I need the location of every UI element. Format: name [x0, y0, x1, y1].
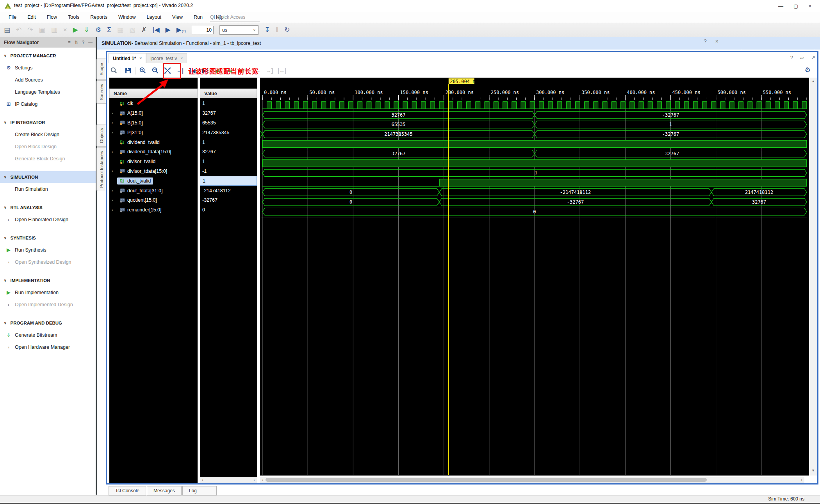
console-tab-log[interactable]: Log: [182, 486, 217, 495]
chevron-right-icon[interactable]: ›: [8, 302, 12, 307]
fn-item-open-elaborated-design[interactable]: ›Open Elaborated Design: [0, 213, 96, 225]
banner-help-icon[interactable]: ?: [704, 38, 707, 44]
fn-item-open-hardware-manager[interactable]: ›Open Hardware Manager: [0, 341, 96, 353]
paste-icon[interactable]: ▥: [51, 27, 57, 33]
help-icon[interactable]: ?: [790, 55, 793, 60]
panel-divider[interactable]: [96, 37, 97, 495]
signal-row-dout_tdata310[interactable]: ›dout_tdata[31:0]: [109, 186, 198, 195]
menu-tools[interactable]: Tools: [63, 13, 84, 21]
zoom-out-icon[interactable]: [149, 67, 161, 74]
menu-edit[interactable]: Edit: [23, 13, 41, 21]
signal-value-remainder150[interactable]: 0: [200, 205, 257, 215]
tab-untitled-1-[interactable]: Untitled 1*×: [109, 53, 146, 63]
quick-access-search[interactable]: Q· Quick Access: [210, 13, 260, 21]
fn-item-open-synthesized-design[interactable]: ›Open Synthesized Design: [0, 256, 96, 268]
restart-sim-icon[interactable]: |◀: [153, 27, 160, 33]
fn-section-rtl-analysis[interactable]: ∨RTL ANALYSIS: [0, 202, 96, 213]
menu-file[interactable]: File: [4, 13, 21, 21]
open-project-icon[interactable]: ▤: [4, 27, 10, 33]
vertical-scrollbar[interactable]: ▲ ▼: [809, 78, 817, 476]
step-icon[interactable]: ↧: [264, 27, 270, 33]
collapse-all-icon[interactable]: ≡: [68, 40, 70, 45]
next-marker-icon[interactable]: →]: [263, 67, 276, 74]
fn-item-create-block-design[interactable]: Create Block Design: [0, 128, 96, 140]
expand-icon[interactable]: ›: [112, 169, 117, 173]
signal-row-remainder150[interactable]: ›remainder[15:0]: [109, 205, 198, 215]
signal-row-B150[interactable]: ›B[15:0]: [109, 118, 198, 128]
expand-icon[interactable]: ›: [112, 130, 117, 135]
help-icon[interactable]: ?: [82, 40, 84, 45]
maximize-panel-icon[interactable]: ↗: [811, 55, 815, 60]
menu-window[interactable]: Window: [114, 13, 140, 21]
chevron-right-icon[interactable]: ›: [8, 260, 12, 264]
menu-layout[interactable]: Layout: [142, 13, 166, 21]
expand-icon[interactable]: ⇅: [75, 40, 78, 45]
menu-reports[interactable]: Reports: [86, 13, 112, 21]
breakpoint-icon[interactable]: ✗: [141, 27, 147, 33]
side-tab-sources[interactable]: Sources: [96, 80, 106, 104]
run-time-input[interactable]: [192, 26, 214, 34]
value-column-header[interactable]: Value: [200, 89, 257, 98]
expand-icon[interactable]: ›: [112, 208, 117, 212]
signal-value-dividend_tdata150[interactable]: 32767: [200, 147, 257, 157]
relaunch-icon[interactable]: ↻: [284, 27, 290, 33]
expand-icon[interactable]: ›: [112, 198, 117, 202]
fn-item-language-templates[interactable]: Language Templates: [0, 86, 96, 98]
fn-item-generate-bitstream[interactable]: ⇓Generate Bitstream: [0, 329, 96, 341]
run-for-time-icon[interactable]: ▶(T): [176, 27, 186, 33]
chevron-right-icon[interactable]: ›: [8, 217, 12, 222]
signal-value-dout_tdata310[interactable]: -2147418112: [200, 186, 257, 195]
signal-value-dividend_tvalid[interactable]: 1: [200, 137, 257, 147]
console-tab-tcl-console[interactable]: Tcl Console: [109, 486, 146, 495]
signal-row-A150[interactable]: ›A[15:0]: [109, 108, 198, 118]
disabled-tool-icon[interactable]: ▦: [117, 27, 123, 33]
signal-row-dividend_tvalid[interactable]: dividend_tvalid: [109, 137, 198, 147]
fn-item-add-sources[interactable]: Add Sources: [0, 74, 96, 86]
generate-bitstream-icon[interactable]: ⇓: [84, 27, 89, 33]
menu-view[interactable]: View: [168, 13, 187, 21]
fn-item-run-simulation[interactable]: Run Simulation: [0, 183, 96, 195]
signal-row-dout_tvalid[interactable]: dout_tvalid: [109, 176, 198, 186]
fn-item-run-synthesis[interactable]: ▶Run Synthesis: [0, 244, 96, 256]
swap-cursor-icon[interactable]: |↔|: [276, 67, 288, 74]
scroll-up-icon[interactable]: ▲: [811, 79, 815, 83]
settings-gear-icon[interactable]: ⚙: [95, 27, 101, 33]
fn-section-ip-integrator[interactable]: ∨IP INTEGRATOR: [0, 117, 96, 128]
fn-section-simulation[interactable]: ∨SIMULATION: [0, 171, 96, 183]
minimize-button[interactable]: —: [778, 3, 783, 9]
fn-item-open-implemented-design[interactable]: ›Open Implemented Design: [0, 298, 96, 311]
pause-icon[interactable]: ‖: [276, 27, 278, 33]
scroll-down-icon[interactable]: ▼: [811, 469, 815, 472]
copy-icon[interactable]: ▣: [39, 27, 45, 33]
expand-icon[interactable]: ›: [112, 121, 117, 125]
fn-section-program-and-debug[interactable]: ∨PROGRAM AND DEBUG: [0, 317, 96, 329]
float-icon[interactable]: ▱: [800, 55, 804, 60]
fn-item-open-block-design[interactable]: Open Block Design: [0, 140, 96, 153]
minimize-icon[interactable]: —: [88, 40, 93, 45]
signal-row-dividend_tdata150[interactable]: ›dividend_tdata[15:0]: [109, 147, 198, 157]
close-button[interactable]: ×: [808, 3, 811, 9]
zoom-in-icon[interactable]: [136, 67, 149, 74]
expand-icon[interactable]: ›: [112, 111, 117, 115]
maximize-button[interactable]: ▢: [793, 3, 798, 9]
signal-value-quotient150[interactable]: -32767: [200, 195, 257, 205]
undo-icon[interactable]: ↶: [16, 27, 21, 33]
wave-settings-gear-icon[interactable]: ⚙: [805, 66, 811, 74]
disabled-tool2-icon[interactable]: ▧: [129, 27, 135, 33]
close-icon[interactable]: ×: [139, 56, 142, 60]
signal-value-P310[interactable]: 2147385345: [200, 128, 257, 137]
signal-value-divisor_tvalid[interactable]: 1: [200, 157, 257, 167]
delete-icon[interactable]: ×: [63, 27, 67, 33]
fn-section-project-manager[interactable]: ∨PROJECT MANAGER: [0, 50, 96, 62]
scroll-right-icon[interactable]: ›: [251, 478, 257, 482]
signal-value-B150[interactable]: 65535: [200, 118, 257, 128]
menu-run[interactable]: Run: [189, 13, 207, 21]
side-tab-protocol-instances[interactable]: Protocol Instances: [96, 147, 106, 191]
fn-section-implementation[interactable]: ∨IMPLEMENTATION: [0, 275, 96, 286]
fn-item-ip-catalog[interactable]: ⊞IP Catalog: [0, 98, 96, 110]
scroll-left-icon[interactable]: ‹: [200, 478, 205, 482]
signal-value-clk[interactable]: 1: [200, 99, 257, 108]
fn-item-run-implementation[interactable]: ▶Run Implementation: [0, 286, 96, 298]
report-sigma-icon[interactable]: Σ: [107, 27, 111, 33]
time-unit-select[interactable]: us∨: [219, 25, 258, 35]
